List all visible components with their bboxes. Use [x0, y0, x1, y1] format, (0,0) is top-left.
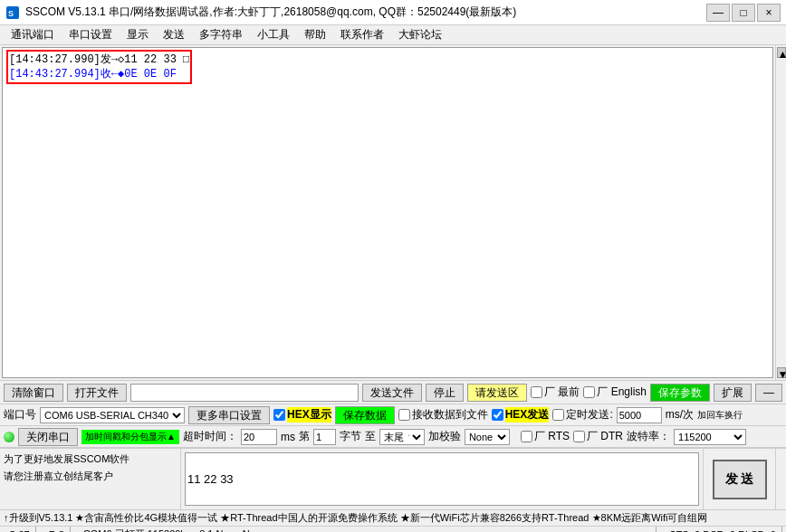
menu-help[interactable]: 帮助: [297, 25, 333, 44]
english-checkbox[interactable]: [583, 386, 595, 398]
more-port-button[interactable]: 更多串口设置: [188, 406, 270, 424]
byte-label: 字节: [340, 429, 361, 444]
control-row-2: 关闭串口 加时间戳和分包显示▲ 超时时间： ms 第 字节 至 末尾 ▼ 加校验…: [0, 426, 786, 448]
first-num-input[interactable]: [313, 429, 336, 445]
main-area: [14:43:27.990]发→◇11 22 33 □ [14:43:27.99…: [0, 45, 786, 380]
menu-forum[interactable]: 大虾论坛: [391, 25, 449, 44]
expand-button[interactable]: 扩展: [714, 384, 752, 402]
recv-line: [14:43:27.994]收←◆0E 0E 0F: [9, 67, 189, 81]
rts-checkbox[interactable]: [521, 431, 532, 442]
window-controls: — □ ×: [706, 4, 781, 22]
last-select[interactable]: 末尾 ▼: [379, 429, 425, 445]
send-file-button[interactable]: 发送文件: [362, 384, 422, 402]
app-icon: S: [5, 5, 20, 20]
promo-line1: 为了更好地发展SSCOM软件: [4, 452, 177, 466]
timeout-input[interactable]: [241, 429, 277, 445]
checksum-label: 加校验: [428, 429, 461, 444]
add-newline-label: 加回车换行: [697, 409, 743, 422]
bottom-section: 清除窗口 打开文件 发送文件 停止 请发送区 厂 最前 厂 English 保存…: [0, 380, 786, 509]
file-input[interactable]: [130, 384, 359, 402]
send-left: 为了更好地发展SSCOM软件 请您注册嘉立创结尾客户: [0, 449, 181, 509]
marquee-bar: ↑升级到V5.13.1 ★含宙高性价比4G模块值得一试 ★RT-Thread中国…: [0, 509, 786, 526]
status-signals: CTS=0 DSR=0 RLSD=0: [664, 527, 782, 532]
menu-comm-port[interactable]: 通讯端口: [4, 25, 62, 44]
promo-line2: 请您注册嘉立创结尾客户: [4, 470, 177, 483]
hex-send-checkbox[interactable]: [492, 409, 503, 421]
port-select[interactable]: COM6 USB-SERIAL CH340: [40, 407, 185, 423]
timed-value-input[interactable]: [617, 407, 662, 423]
checksum-select[interactable]: None: [465, 429, 510, 445]
send-input[interactable]: [185, 452, 699, 506]
dtr-checkbox[interactable]: [573, 431, 585, 442]
baud-select[interactable]: 115200: [674, 429, 746, 445]
status-s: S:27: [4, 527, 36, 532]
scroll-up-arrow[interactable]: ▲: [777, 47, 786, 58]
english-check-label[interactable]: 厂 English: [583, 385, 647, 400]
menu-port-settings[interactable]: 串口设置: [62, 25, 120, 44]
close-button[interactable]: ×: [757, 4, 781, 22]
first-label: 第: [299, 429, 310, 444]
clear-window-button[interactable]: 清除窗口: [4, 384, 63, 402]
window-title: SSCOM V5.13.1 串口/网络数据调试器,作者:大虾丁丁,2618058…: [25, 5, 516, 20]
send-middle: [181, 449, 703, 509]
dash-button[interactable]: —: [755, 384, 782, 402]
add-timestamp-btn[interactable]: 加时间戳和分包显示▲: [81, 430, 179, 444]
highlighted-data-box: [14:43:27.990]发→◇11 22 33 □ [14:43:27.99…: [6, 50, 192, 84]
baud-label: 波特率：: [627, 429, 670, 444]
bottom-toolbar: 清除窗口 打开文件 发送文件 停止 请发送区 厂 最前 厂 English 保存…: [0, 381, 786, 404]
save-data-button[interactable]: 保存数据: [335, 406, 395, 424]
status-port-info: COM6 已打开 115200bps,8,1,None,None: [78, 527, 657, 532]
close-port-button[interactable]: 关闭串口: [18, 428, 78, 446]
port-label: 端口号: [4, 407, 36, 423]
minimize-button[interactable]: —: [706, 4, 730, 22]
maximize-button[interactable]: □: [732, 4, 755, 22]
to-label: 至: [365, 429, 376, 444]
timed-send-checkbox[interactable]: [552, 409, 564, 421]
scrollbar-right[interactable]: ▲ ▼: [775, 45, 786, 380]
save-to-file-checkbox[interactable]: [398, 409, 410, 421]
hex-display-checkbox[interactable]: [273, 409, 285, 421]
send-section: 为了更好地发展SSCOM软件 请您注册嘉立创结尾客户 发 送: [0, 448, 786, 509]
timeout-unit-label: ms: [281, 431, 295, 443]
rts-check[interactable]: 厂 RTS: [521, 429, 570, 444]
menu-multi-string[interactable]: 多字符串: [192, 25, 250, 44]
scroll-down-arrow[interactable]: ▼: [777, 367, 786, 378]
timeout-label: 超时时间：: [183, 429, 237, 444]
send-scrollbar[interactable]: [775, 449, 786, 509]
menu-bar: 通讯端口 串口设置 显示 发送 多字符串 小工具 帮助 联系作者 大虾论坛: [0, 25, 786, 45]
status-bar: S:27 R:3 COM6 已打开 115200bps,8,1,None,Non…: [0, 526, 786, 532]
sent-line: [14:43:27.990]发→◇11 22 33 □: [9, 52, 189, 67]
menu-contact[interactable]: 联系作者: [333, 25, 391, 44]
title-bar-left: S SSCOM V5.13.1 串口/网络数据调试器,作者:大虾丁丁,26180…: [5, 5, 516, 20]
svg-text:S: S: [8, 9, 14, 18]
menu-tools[interactable]: 小工具: [250, 25, 297, 44]
dtr-check[interactable]: 厂 DTR: [573, 429, 623, 444]
open-file-button[interactable]: 打开文件: [67, 384, 127, 402]
title-bar: S SSCOM V5.13.1 串口/网络数据调试器,作者:大虾丁丁,26180…: [0, 0, 786, 25]
last-check-label[interactable]: 厂 最前: [531, 385, 580, 400]
save-to-file-check[interactable]: 接收数据到文件: [398, 407, 488, 423]
port-led: [4, 432, 14, 442]
menu-send[interactable]: 发送: [156, 25, 192, 44]
send-button[interactable]: 发 送: [713, 460, 767, 499]
hex-send-check[interactable]: HEX发送: [492, 407, 550, 423]
receive-content: [14:43:27.990]发→◇11 22 33 □ [14:43:27.99…: [3, 48, 772, 86]
send-right: 发 送: [703, 449, 775, 509]
timed-send-check[interactable]: 定时发送:: [552, 407, 612, 423]
receive-panel[interactable]: [14:43:27.990]发→◇11 22 33 □ [14:43:27.99…: [2, 47, 773, 378]
stop-button[interactable]: 停止: [426, 384, 464, 402]
hex-display-check[interactable]: HEX显示: [273, 407, 331, 423]
last-checkbox[interactable]: [531, 386, 542, 398]
save-param-button[interactable]: 保存参数: [650, 384, 710, 402]
control-row-1: 端口号 COM6 USB-SERIAL CH340 更多串口设置 HEX显示 保…: [0, 404, 786, 426]
marquee-text: ↑升级到V5.13.1 ★含宙高性价比4G模块值得一试 ★RT-Thread中国…: [4, 511, 707, 525]
timed-unit-label: ms/次: [666, 407, 694, 423]
status-r: R:3: [43, 527, 71, 532]
menu-display[interactable]: 显示: [120, 25, 156, 44]
send-area-button[interactable]: 请发送区: [467, 384, 527, 402]
